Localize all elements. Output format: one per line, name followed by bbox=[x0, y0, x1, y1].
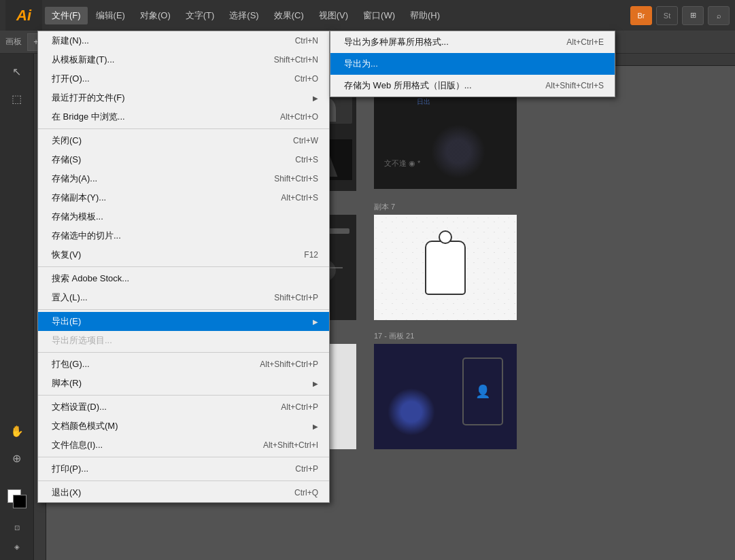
menu-file-info[interactable]: 文件信息(I)... Alt+Shift+Ctrl+I bbox=[38, 436, 329, 455]
menu-save-template[interactable]: 存储为模板... bbox=[38, 207, 329, 226]
menu-export[interactable]: 导出(E) ▶ bbox=[38, 312, 329, 331]
menu-item-edit[interactable]: 编辑(E) bbox=[89, 7, 132, 24]
titlebar: Ai 文件(F) 编辑(E) 对象(O) 文字(T) 选择(S) 效果(C) 视… bbox=[0, 0, 735, 31]
menu-doc-settings[interactable]: 文档设置(D)... Alt+Ctrl+P bbox=[38, 398, 329, 417]
artboard-cell-9: 17 - 画板 21 👤 bbox=[374, 331, 524, 449]
save-web[interactable]: 存储为 Web 所用格式（旧版）... Alt+Shift+Ctrl+S bbox=[330, 75, 615, 97]
menu-recent[interactable]: 最近打开的文件(F) ▶ bbox=[38, 88, 329, 107]
menu-color-mode[interactable]: 文档颜色模式(M) ▶ bbox=[38, 417, 329, 436]
menu-search-stock[interactable]: 搜索 Adobe Stock... bbox=[38, 269, 329, 288]
menu-scripts[interactable]: 脚本(R) ▶ bbox=[38, 374, 329, 393]
background-color[interactable] bbox=[13, 495, 27, 508]
artboard-label-9: 17 - 画板 21 bbox=[374, 331, 524, 341]
menu-bridge[interactable]: 在 Bridge 中浏览... Alt+Ctrl+O bbox=[38, 107, 329, 126]
artboard-label-6: 副本 7 bbox=[374, 202, 524, 212]
separator-5 bbox=[38, 395, 329, 396]
tool-extra2[interactable]: ◈ bbox=[5, 538, 29, 555]
export-as[interactable]: 导出为... bbox=[330, 53, 615, 75]
color-swatch[interactable] bbox=[7, 489, 27, 508]
stock-button[interactable]: St bbox=[656, 6, 678, 25]
menu-save[interactable]: 存储(S) Ctrl+S bbox=[38, 150, 329, 169]
menu-quit[interactable]: 退出(X) Ctrl+Q bbox=[38, 483, 329, 502]
separator-2 bbox=[38, 266, 329, 267]
menu-close[interactable]: 关闭(C) Ctrl+W bbox=[38, 131, 329, 150]
export-screens[interactable]: 导出为多种屏幕所用格式... Alt+Ctrl+E bbox=[330, 31, 615, 53]
artboard-thumb-9[interactable]: 👤 bbox=[374, 344, 517, 449]
bridge-button[interactable]: Br bbox=[630, 6, 652, 25]
separator-6 bbox=[38, 457, 329, 457]
separator-4 bbox=[38, 352, 329, 353]
separator-7 bbox=[38, 480, 329, 481]
tool-select[interactable]: ↖ bbox=[5, 59, 29, 84]
tool-artboard[interactable]: ⬚ bbox=[5, 86, 29, 111]
tool-zoom[interactable]: ⊕ bbox=[5, 446, 29, 470]
artboard-thumb-3[interactable]: 文不逢 ◉ * 日出 bbox=[374, 84, 517, 189]
left-sidebar: ↖ ⬚ ✋ ⊕ ⊡ ◈ bbox=[0, 54, 34, 560]
menu-save-selection[interactable]: 存储选中的切片... bbox=[38, 226, 329, 245]
menu-print[interactable]: 打印(P)... Ctrl+P bbox=[38, 459, 329, 478]
search-button[interactable]: ⌕ bbox=[708, 6, 730, 25]
app-logo: Ai bbox=[5, 0, 42, 31]
menu-item-effect[interactable]: 效果(C) bbox=[267, 7, 311, 24]
menu-item-view[interactable]: 视图(V) bbox=[312, 7, 355, 24]
menu-new-template[interactable]: 从模板新建(T)... Shift+Ctrl+N bbox=[38, 50, 329, 69]
menu-item-object[interactable]: 对象(O) bbox=[133, 7, 177, 24]
menu-save-copy[interactable]: 存储副本(Y)... Alt+Ctrl+S bbox=[38, 188, 329, 207]
menu-export-selected[interactable]: 导出所选项目... bbox=[38, 331, 329, 350]
workspace-button[interactable]: ⊞ bbox=[682, 6, 704, 25]
tool-hand[interactable]: ✋ bbox=[5, 419, 29, 443]
toolbar-artboard-label: 画板 bbox=[5, 36, 22, 48]
menu-place[interactable]: 置入(L)... Shift+Ctrl+P bbox=[38, 288, 329, 307]
menu-item-text[interactable]: 文字(T) bbox=[179, 7, 222, 24]
menu-save-as[interactable]: 存储为(A)... Shift+Ctrl+S bbox=[38, 169, 329, 188]
tool-extra1[interactable]: ⊡ bbox=[5, 519, 29, 536]
separator-1 bbox=[38, 128, 329, 129]
separator-3 bbox=[38, 309, 329, 310]
menubar: 文件(F) 编辑(E) 对象(O) 文字(T) 选择(S) 效果(C) 视图(V… bbox=[45, 7, 630, 24]
file-menu-dropdown[interactable]: 新建(N)... Ctrl+N 从模板新建(T)... Shift+Ctrl+N… bbox=[37, 31, 330, 503]
artboard-cell-6: 副本 7 bbox=[374, 202, 524, 320]
menu-item-help[interactable]: 帮助(H) bbox=[403, 7, 447, 24]
menu-open[interactable]: 打开(O)... Ctrl+O bbox=[38, 69, 329, 88]
menu-revert[interactable]: 恢复(V) F12 bbox=[38, 245, 329, 264]
menu-new[interactable]: 新建(N)... Ctrl+N bbox=[38, 31, 329, 50]
artboard-thumb-6[interactable] bbox=[374, 215, 517, 320]
menu-item-file[interactable]: 文件(F) bbox=[45, 7, 88, 24]
menu-item-select[interactable]: 选择(S) bbox=[222, 7, 265, 24]
menu-item-window[interactable]: 窗口(W) bbox=[356, 7, 402, 24]
export-submenu[interactable]: 导出为多种屏幕所用格式... Alt+Ctrl+E 导出为... 存储为 Web… bbox=[330, 31, 615, 97]
menu-package[interactable]: 打包(G)... Alt+Shift+Ctrl+P bbox=[38, 355, 329, 374]
titlebar-right: Br St ⊞ ⌕ bbox=[630, 6, 730, 25]
